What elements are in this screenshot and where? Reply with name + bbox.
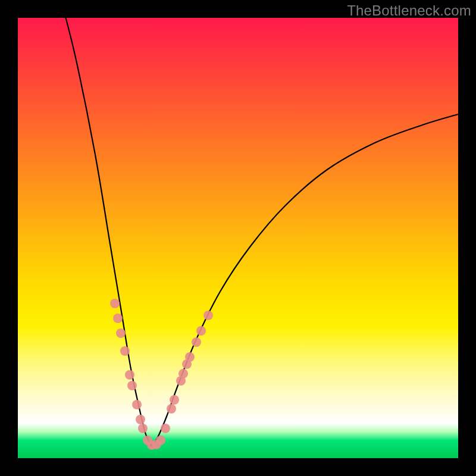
data-point-marker <box>116 328 126 338</box>
data-point-marker <box>127 381 137 390</box>
data-markers <box>110 299 213 450</box>
left-curve <box>64 12 152 446</box>
plot-area <box>18 18 458 458</box>
data-point-marker <box>120 346 130 356</box>
data-point-marker <box>113 314 123 323</box>
data-point-marker <box>136 415 145 424</box>
chart-container: TheBottleneck.com <box>0 0 476 476</box>
chart-svg <box>18 18 458 458</box>
data-point-marker <box>196 326 206 336</box>
right-curve <box>152 114 458 446</box>
watermark: TheBottleneck.com <box>347 2 471 19</box>
data-point-marker <box>156 436 165 445</box>
data-point-marker <box>185 352 195 362</box>
data-point-marker <box>167 404 176 414</box>
data-point-marker <box>138 424 148 433</box>
data-point-marker <box>125 370 134 380</box>
data-point-marker <box>178 369 188 378</box>
data-point-marker <box>170 395 179 405</box>
data-point-marker <box>132 400 142 409</box>
data-point-marker <box>192 337 201 347</box>
data-point-marker <box>110 299 120 308</box>
data-point-marker <box>203 311 213 320</box>
data-point-marker <box>161 424 170 433</box>
